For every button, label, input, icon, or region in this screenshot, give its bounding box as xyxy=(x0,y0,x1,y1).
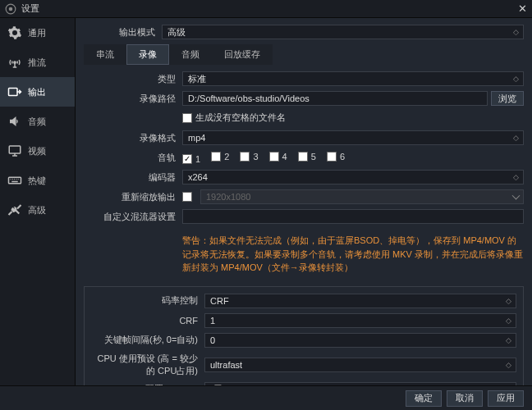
tab-audio[interactable]: 音频 xyxy=(169,44,212,65)
track-2-checkbox[interactable]: 2 xyxy=(211,152,229,162)
keyframe-spinbox[interactable]: 0 xyxy=(204,333,516,348)
path-label: 录像路径 xyxy=(84,93,182,105)
profile-label: 配置 (Profile) xyxy=(91,383,204,385)
app-icon xyxy=(5,3,16,15)
output-mode-label: 输出模式 xyxy=(84,26,162,39)
sidebar-item-label: 音频 xyxy=(28,116,46,128)
rescale-select: 1920x1080 xyxy=(200,189,524,204)
ok-button[interactable]: 确定 xyxy=(406,390,442,407)
encoder-label: 编码器 xyxy=(84,171,182,184)
preset-label: CPU 使用预设 (高 = 较少的 CPU占用) xyxy=(91,353,204,377)
cancel-button[interactable]: 取消 xyxy=(447,390,483,407)
rescale-label: 重新缩放输出 xyxy=(84,191,182,203)
track-3-checkbox[interactable]: 3 xyxy=(240,152,258,162)
svg-rect-4 xyxy=(9,146,21,153)
rate-control-select[interactable]: CRF xyxy=(204,294,516,308)
output-icon xyxy=(7,84,23,100)
sidebar-item-output[interactable]: 输出 xyxy=(0,77,75,107)
muxer-input[interactable] xyxy=(182,209,524,224)
output-tabs: 串流 录像 音频 回放缓存 xyxy=(84,44,524,65)
footer: 确定 取消 应用 xyxy=(0,385,532,410)
muxer-label: 自定义混流器设置 xyxy=(84,211,182,223)
tools-icon xyxy=(7,202,23,218)
sidebar-item-label: 通用 xyxy=(28,27,46,39)
type-select[interactable]: 标准 xyxy=(182,71,524,86)
crf-label: CRF xyxy=(91,316,204,326)
sidebar-item-audio[interactable]: 音频 xyxy=(0,107,75,136)
keyboard-icon xyxy=(7,172,23,189)
type-label: 类型 xyxy=(84,73,182,85)
rescale-checkbox[interactable] xyxy=(182,192,192,202)
keyframe-label: 关键帧间隔(秒, 0=自动) xyxy=(91,334,204,346)
tab-replay[interactable]: 回放缓存 xyxy=(212,44,273,65)
main-panel: 输出模式 高级 串流 录像 音频 回放缓存 类型 标准 录像路径 浏览 生成没有… xyxy=(76,18,532,385)
antenna-icon xyxy=(7,54,23,71)
track-1-checkbox[interactable]: 1 xyxy=(182,154,200,164)
rate-control-label: 码率控制 xyxy=(91,294,204,307)
sidebar-item-label: 推流 xyxy=(28,57,46,69)
monitor-icon xyxy=(7,143,23,159)
svg-point-1 xyxy=(9,7,13,11)
window-title: 设置 xyxy=(21,2,518,15)
gear-icon xyxy=(7,25,23,41)
crf-spinbox[interactable]: 1 xyxy=(204,313,516,328)
encoder-select[interactable]: x264 xyxy=(182,170,524,184)
sidebar-item-advanced[interactable]: 高级 xyxy=(0,195,75,225)
output-mode-select[interactable]: 高级 xyxy=(162,25,524,39)
apply-button[interactable]: 应用 xyxy=(488,390,524,407)
format-select[interactable]: mp4 xyxy=(182,130,524,145)
profile-select[interactable]: (无) xyxy=(204,382,516,386)
speaker-icon xyxy=(7,113,23,130)
sidebar-item-label: 视频 xyxy=(28,145,46,157)
sidebar-item-stream[interactable]: 推流 xyxy=(0,48,75,77)
browse-button[interactable]: 浏览 xyxy=(491,91,524,106)
sidebar: 通用 推流 输出 音频 视频 热键 高级 xyxy=(0,18,76,385)
tracks-label: 音轨 xyxy=(84,152,182,164)
titlebar: 设置 ✕ xyxy=(0,0,532,18)
nospace-checkbox[interactable]: 生成没有空格的文件名 xyxy=(182,112,286,124)
track-5-checkbox[interactable]: 5 xyxy=(298,152,316,162)
tab-recording[interactable]: 录像 xyxy=(126,44,169,65)
svg-rect-5 xyxy=(9,177,21,184)
format-label: 录像格式 xyxy=(84,132,182,144)
format-warning: 警告：如果文件无法完成（例如，由于蓝屏BSOD、掉电等），保存到 MP4/MOV… xyxy=(84,229,524,280)
sidebar-item-label: 热键 xyxy=(28,175,46,187)
sidebar-item-hotkeys[interactable]: 热键 xyxy=(0,166,75,195)
sidebar-item-label: 高级 xyxy=(28,204,46,216)
track-6-checkbox[interactable]: 6 xyxy=(327,152,345,162)
preset-select[interactable]: ultrafast xyxy=(204,358,516,372)
svg-rect-3 xyxy=(9,89,18,96)
sidebar-item-general[interactable]: 通用 xyxy=(0,18,75,48)
tab-streaming[interactable]: 串流 xyxy=(84,44,126,65)
sidebar-item-video[interactable]: 视频 xyxy=(0,136,75,166)
track-4-checkbox[interactable]: 4 xyxy=(269,152,287,162)
sidebar-item-label: 输出 xyxy=(28,86,46,98)
path-input[interactable] xyxy=(182,91,488,106)
encoder-settings-box: 码率控制 CRF CRF 1 关键帧间隔(秒, 0=自动) 0 CPU 使用预设… xyxy=(84,286,524,386)
close-icon[interactable]: ✕ xyxy=(518,2,527,15)
